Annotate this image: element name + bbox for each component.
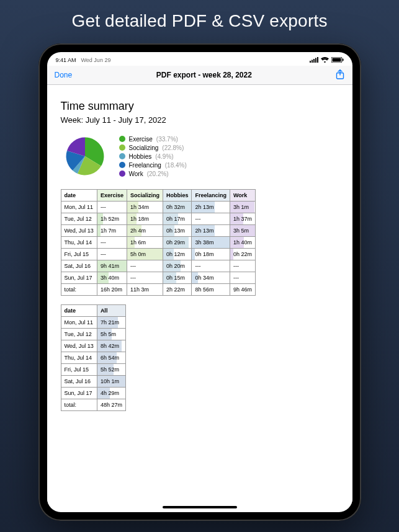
table-cell: 1h 7m (97, 225, 127, 237)
table-row: Mon, Jul 117h 21m (61, 317, 125, 329)
table-cell: 1h 37m (230, 213, 255, 225)
table-cell: 11h 3m (127, 284, 163, 296)
legend-item: Freelancing (18.4%) (119, 162, 187, 169)
table-cell: 0h 29m (163, 237, 192, 249)
legend-label: Work (129, 171, 143, 177)
table-cell: Thu, Jul 14 (61, 352, 97, 364)
table-cell: Mon, Jul 11 (61, 202, 97, 213)
table-cell: 5h 52m (97, 364, 125, 376)
table-cell: --- (127, 260, 163, 272)
table-cell: Fri, Jul 15 (61, 249, 97, 260)
table-header: Hobbies (163, 190, 192, 202)
table-header: date (61, 190, 97, 202)
status-date: Wed Jun 29 (81, 57, 111, 63)
table-cell: total: (61, 399, 97, 411)
table-cell: --- (97, 202, 127, 213)
table-cell: 1h 52m (97, 213, 127, 225)
legend-item: Exercise (33.7%) (119, 136, 187, 143)
home-indicator[interactable] (163, 506, 237, 508)
legend-pct: (18.4%) (165, 162, 187, 169)
table-cell: 3h 38m (192, 237, 230, 249)
table-cell: Sun, Jul 17 (61, 388, 97, 399)
table-cell: 0h 15m (163, 272, 192, 284)
wifi-icon (321, 57, 329, 64)
table-cell: 3h 5m (230, 225, 255, 237)
share-button[interactable] (336, 69, 344, 81)
table-cell: 0h 20m (163, 260, 192, 272)
table-cell: 1h 40m (230, 237, 255, 249)
table-cell: Sat, Jul 16 (61, 260, 97, 272)
table-cell: 0h 17m (163, 213, 192, 225)
svg-rect-0 (310, 61, 311, 63)
table-row: total:48h 27m (61, 399, 125, 411)
table-cell: 0h 22m (230, 249, 255, 260)
pie-chart (61, 132, 109, 180)
table-cell: 3h 40m (97, 272, 127, 284)
legend-pct: (20.2%) (147, 171, 169, 177)
legend-label: Exercise (129, 136, 153, 143)
legend-swatch (119, 136, 125, 142)
table-cell: 0h 32m (163, 202, 192, 213)
table-cell: 2h 4m (127, 225, 163, 237)
nav-bar: Done PDF export - week 28, 2022 (47, 66, 352, 85)
table-cell: 7h 21m (97, 317, 125, 329)
table-cell: 6h 54m (97, 352, 125, 364)
share-icon (336, 69, 344, 79)
legend-pct: (4.9%) (155, 153, 173, 160)
table-cell: Wed, Jul 13 (61, 225, 97, 237)
nav-title: PDF export - week 28, 2022 (156, 71, 252, 79)
table-cell: 1h 34m (127, 202, 163, 213)
svg-rect-4 (317, 57, 318, 63)
cellular-icon (310, 57, 318, 64)
table-header: All (97, 305, 125, 317)
table-row: Thu, Jul 14---1h 6m0h 29m3h 38m1h 40m (61, 237, 256, 249)
table-row: Fri, Jul 155h 52m (61, 364, 125, 376)
category-table: dateExerciseSocializingHobbiesFreelancin… (61, 189, 256, 296)
table-row: Sat, Jul 169h 41m---0h 20m------ (61, 260, 256, 272)
legend-swatch (119, 144, 125, 151)
table-cell: --- (97, 249, 127, 260)
table-cell: 9h 46m (230, 284, 255, 296)
table-cell: 8h 56m (192, 284, 230, 296)
status-time: 9:41 AM (56, 57, 76, 63)
svg-rect-1 (312, 60, 313, 63)
legend-swatch (119, 171, 125, 177)
all-table: dateAllMon, Jul 117h 21mTue, Jul 125h 5m… (61, 304, 126, 411)
table-row: Wed, Jul 131h 7m2h 4m0h 13m2h 13m3h 5m (61, 225, 256, 237)
legend-item: Work (20.2%) (119, 171, 187, 177)
table-cell: 5h 0m (127, 249, 163, 260)
svg-rect-3 (315, 58, 316, 63)
legend-pct: (22.8%) (162, 144, 184, 151)
table-cell: --- (192, 213, 230, 225)
status-bar: 9:41 AM Wed Jun 29 (47, 52, 352, 66)
table-cell: --- (230, 260, 255, 272)
table-cell: --- (230, 272, 255, 284)
svg-rect-7 (343, 58, 344, 61)
table-row: Thu, Jul 146h 54m (61, 352, 125, 364)
battery-icon (331, 57, 344, 64)
table-cell: Mon, Jul 11 (61, 317, 97, 329)
table-cell: 1h 18m (127, 213, 163, 225)
table-cell: 2h 13m (192, 202, 230, 213)
table-cell: Tue, Jul 12 (61, 213, 97, 225)
legend: Exercise (33.7%)Socializing (22.8%)Hobbi… (119, 136, 187, 177)
table-cell: 0h 12m (163, 249, 192, 260)
table-cell: 0h 13m (163, 225, 192, 237)
legend-swatch (119, 153, 125, 159)
done-button[interactable]: Done (55, 71, 73, 79)
svg-rect-6 (332, 58, 341, 61)
table-cell: Tue, Jul 12 (61, 329, 97, 340)
legend-item: Socializing (22.8%) (119, 144, 187, 151)
table-cell: 8h 42m (97, 340, 125, 352)
table-header: Socializing (127, 190, 163, 202)
table-header: Freelancing (192, 190, 230, 202)
table-cell: Wed, Jul 13 (61, 340, 97, 352)
page-subtitle: Week: July 11 - July 17, 2022 (61, 115, 339, 125)
table-cell: 0h 18m (192, 249, 230, 260)
legend-label: Hobbies (129, 153, 152, 160)
table-cell: 3h 1m (230, 202, 255, 213)
table-cell: --- (127, 272, 163, 284)
table-cell: 5h 5m (97, 329, 125, 340)
table-cell: 0h 34m (192, 272, 230, 284)
table-cell: 9h 41m (97, 260, 127, 272)
